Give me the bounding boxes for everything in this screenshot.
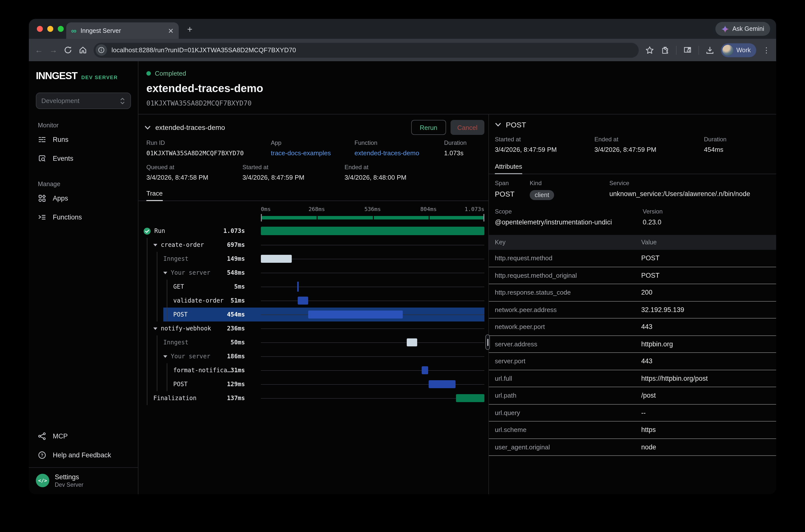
span-duration: 5ms (234, 283, 245, 290)
sidebar-item-runs[interactable]: Runs (29, 130, 138, 149)
span-duration: 31ms (230, 367, 245, 374)
trace-row[interactable]: notify-webhook236ms (138, 322, 484, 336)
run-meta-queued-at: Queued at3/4/2026, 8:47:58 PM (146, 164, 242, 181)
span-duration: 50ms (230, 339, 245, 346)
sidebar-item-help[interactable]: ?Help and Feedback (29, 445, 138, 464)
span-bar[interactable] (407, 338, 417, 346)
trace-row[interactable]: Your server186ms (138, 349, 484, 363)
row-track-line (261, 356, 484, 357)
trace-row[interactable]: POST129ms (138, 377, 484, 391)
trace-row[interactable]: Run1.073s (138, 224, 484, 238)
profile-label: Work (736, 46, 751, 54)
span-bar[interactable] (422, 366, 428, 374)
trace-row-bars (261, 349, 484, 363)
run-meta-started-at: Started at3/4/2026, 8:47:59 PM (242, 164, 344, 181)
run-header: Completed extended-traces-demo 01KJXTWA3… (138, 61, 776, 114)
meta-value[interactable]: extended-traces-demo (354, 149, 444, 157)
minimap-right-handle[interactable] (483, 214, 484, 222)
trace-row-selected[interactable]: POST454ms (138, 307, 484, 322)
caret-down-icon[interactable] (153, 327, 157, 330)
trace-row[interactable]: Your server548ms (138, 266, 484, 280)
span-summary: Span POST Kind client Service unknown_se… (489, 174, 776, 226)
trace-row[interactable]: GET5ms (138, 280, 484, 293)
tab-attributes[interactable]: Attributes (495, 163, 522, 174)
ask-gemini-button[interactable]: Ask Gemini (715, 22, 770, 36)
span-bar[interactable] (456, 394, 484, 402)
trace-row[interactable]: create-order697ms (138, 238, 484, 252)
span-bar[interactable] (429, 380, 456, 388)
chevron-down-icon[interactable] (144, 125, 151, 130)
span-bar[interactable] (261, 227, 484, 235)
attribute-key: http.response.status_code (495, 289, 641, 296)
attribute-value: node (641, 443, 656, 451)
span-bar[interactable] (261, 255, 292, 263)
attribute-key: network.peer.port (495, 323, 641, 331)
sidebar-item-settings[interactable]: </> Settings Dev Server (29, 467, 138, 494)
profile-chip[interactable]: Work (721, 43, 756, 57)
span-bar[interactable] (308, 310, 403, 319)
dev-server-code-icon: </> (36, 474, 49, 487)
forward-icon[interactable]: → (49, 46, 57, 54)
span-duration: 697ms (227, 241, 245, 248)
attribute-key: url.full (495, 375, 641, 382)
trace-row[interactable]: format-notifica…31ms (138, 363, 484, 377)
trace-row[interactable]: Finalization137ms (138, 391, 484, 405)
browser-menu-icon[interactable]: ⋮ (763, 45, 770, 55)
sidebar-item-apps[interactable]: Apps (29, 189, 138, 208)
sidebar-item-events[interactable]: Events (29, 149, 138, 168)
browser-tab[interactable]: ∞ Inngest Server ✕ (66, 22, 179, 39)
bookmark-star-icon[interactable] (645, 45, 654, 55)
close-window-button[interactable] (37, 26, 43, 32)
span-name: Run (154, 227, 165, 234)
search-tabs-icon[interactable] (683, 45, 692, 55)
caret-down-icon[interactable] (163, 355, 167, 358)
new-tab-button[interactable]: + (187, 24, 192, 35)
trace-row-bars (261, 280, 484, 293)
site-info-icon[interactable] (96, 44, 107, 56)
span-meta-started-at: Started at3/4/2026, 8:47:59 PM (495, 136, 594, 153)
address-bar[interactable]: localhost:8288/run?runID=01KJXTWA35SA8D2… (94, 42, 639, 57)
sidebar-item-mcp[interactable]: MCP (29, 426, 138, 445)
cancel-button[interactable]: Cancel (450, 120, 484, 135)
tree-guide-line (156, 252, 157, 266)
scope-value: @opentelemetry/instrumentation-undici (495, 218, 643, 226)
trace-row-content: Your server (163, 266, 210, 280)
download-icon[interactable] (706, 45, 714, 55)
tab-close-icon[interactable]: ✕ (168, 26, 174, 35)
environment-select[interactable]: Development (36, 93, 131, 109)
trace-row[interactable]: Inngest149ms (138, 252, 484, 266)
span-bar[interactable] (297, 282, 298, 292)
tab-trace[interactable]: Trace (146, 190, 163, 201)
rerun-button[interactable]: Rerun (411, 120, 446, 135)
meta-value: 3/4/2026, 8:48:00 PM (344, 174, 481, 181)
sidebar-item-label: Runs (53, 136, 69, 143)
row-track-line (261, 301, 484, 301)
dev-server-badge: DEV SERVER (81, 75, 118, 80)
trace-row[interactable]: validate-order51ms (138, 293, 484, 307)
scrollbar-thumb[interactable] (485, 335, 490, 350)
span-name: Your server (171, 353, 210, 360)
home-icon[interactable] (79, 46, 87, 54)
trace-row-tree: Your server548ms (138, 266, 246, 280)
reload-icon[interactable] (64, 46, 72, 54)
span-value: POST (495, 190, 530, 198)
tree-guide-line (156, 266, 157, 280)
trace-row-content: Finalization (153, 391, 196, 405)
sidebar-item-functions[interactable]: Functions (29, 208, 138, 226)
meta-value[interactable]: trace-docs-examples (271, 149, 354, 157)
tree-guide-line (156, 336, 157, 349)
gemini-sparkle-icon (722, 25, 729, 33)
tree-guide-line (167, 280, 167, 293)
chevron-down-icon[interactable] (495, 122, 501, 127)
tree-guide-line (147, 322, 147, 336)
timeline-minimap[interactable] (261, 215, 484, 220)
zoom-window-button[interactable] (58, 26, 64, 32)
caret-down-icon[interactable] (153, 244, 157, 246)
caret-down-icon[interactable] (163, 271, 167, 274)
extensions-icon[interactable] (661, 45, 670, 55)
trace-row[interactable]: Inngest50ms (138, 336, 484, 349)
minimize-window-button[interactable] (47, 26, 53, 32)
span-bar[interactable] (297, 297, 308, 305)
back-icon[interactable]: ← (35, 46, 43, 54)
meta-value: 454ms (704, 146, 770, 153)
